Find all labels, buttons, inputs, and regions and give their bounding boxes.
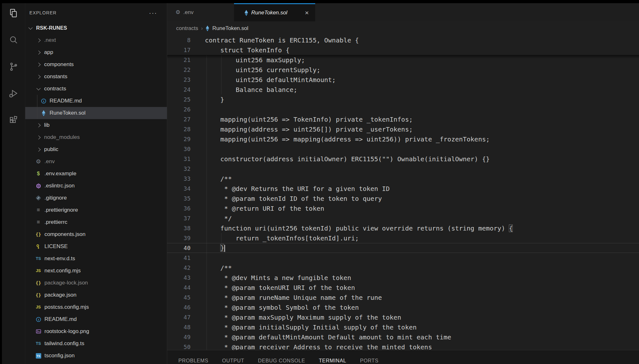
panel-tab-ports[interactable]: PORTS	[360, 358, 378, 364]
line-text: /**	[191, 175, 232, 183]
code-line-49[interactable]: 49 * @param defaultMintAmount Default am…	[167, 332, 639, 342]
tree-item-license[interactable]: LICENSE	[25, 240, 167, 253]
panel-tab-output[interactable]: OUTPUT	[222, 358, 244, 364]
code-line-23[interactable]: 23 uint256 defaultMintAmount;	[167, 75, 639, 85]
code-line-36[interactable]: 36 * @return URI of the token	[167, 203, 639, 213]
tree-item-eslintrc-json[interactable]: .eslintrc.json	[25, 180, 167, 192]
line-text: * @param tokenURI URI of the token	[191, 284, 355, 292]
tree-item-tailwind-config-ts[interactable]: TStailwind.config.ts	[25, 337, 167, 350]
tree-item-env[interactable]: ⚙.env	[25, 155, 167, 168]
code-line-27[interactable]: 27 mapping(uint256 => TokenInfo) private…	[167, 114, 639, 124]
key-icon	[35, 243, 42, 250]
breadcrumb-folder[interactable]: contracts	[176, 25, 198, 32]
activity-source-control-button[interactable]	[7, 61, 19, 73]
tree-item-label: package.json	[44, 292, 76, 298]
code-line-38[interactable]: 38 function uri(uint256 tokenId) public …	[167, 223, 639, 233]
line-number: 28	[167, 126, 191, 133]
line-number: 22	[167, 66, 191, 73]
line-text: Balance balance;	[191, 86, 297, 94]
code-line-44[interactable]: 44 * @param tokenURI URI of the token	[167, 283, 639, 292]
code-line-34[interactable]: 34 * @dev Returns the URI for a given to…	[167, 184, 639, 193]
sticky-line-8[interactable]: 8contract RuneToken is ERC1155, Ownable …	[167, 35, 639, 45]
tree-item-prettierignore[interactable]: ≡.prettierignore	[25, 204, 167, 216]
tree-item-gitignore[interactable]: .gitignore	[25, 192, 167, 204]
tree-item-postcss-config-mjs[interactable]: JSpostcss.config.mjs	[25, 301, 167, 313]
tab-label: RuneToken.sol	[251, 10, 287, 16]
tree-item-components[interactable]: components	[25, 58, 167, 71]
activity-extensions-button[interactable]	[7, 115, 19, 127]
activity-run-debug-button[interactable]	[7, 88, 19, 100]
code-line-29[interactable]: 29 mapping(uint256 => mapping(address =>…	[167, 134, 639, 144]
chevron-down-icon	[28, 26, 33, 30]
code-line-45[interactable]: 45 * @param runeName Unique name of the …	[167, 292, 639, 302]
code-line-22[interactable]: 22 uint256 currentSupply;	[167, 65, 639, 75]
code-line-28[interactable]: 28 mapping(address => uint256[]) private…	[167, 124, 639, 134]
code-line-39[interactable]: 39 return _tokenInfos[tokenId].uri;	[167, 233, 639, 243]
tree-item-next-env-d-ts[interactable]: TSnext-env.d.ts	[25, 253, 167, 265]
tree-item-contracts[interactable]: contracts	[25, 83, 167, 95]
code-line-26[interactable]: 26	[167, 104, 639, 114]
code-line-37[interactable]: 37 */	[167, 213, 639, 223]
code-line-25[interactable]: 25 }	[167, 95, 639, 104]
code-line-40[interactable]: 40 }	[167, 243, 639, 253]
tree-item-readme-md[interactable]: README.md	[25, 95, 167, 107]
line-number: 26	[167, 106, 191, 113]
tree-item-components-json[interactable]: {}components.json	[25, 228, 167, 240]
code-line-33[interactable]: 33 /**	[167, 174, 639, 184]
breadcrumb-file[interactable]: RuneToken.sol	[212, 25, 248, 32]
tree-item-runetoken-sol[interactable]: RuneToken.sol	[25, 107, 167, 119]
json-braces-icon: {}	[35, 231, 42, 238]
tree-item-env-example[interactable]: $.env.example	[25, 168, 167, 180]
code-line-46[interactable]: 46 * @param symbol Symbol of the token	[167, 302, 639, 312]
tab-env[interactable]: ⚙.env	[167, 3, 234, 21]
close-icon[interactable]: ×	[303, 9, 311, 17]
tree-item-node-modules[interactable]: node_modules	[25, 131, 167, 143]
tree-item-label: rootstock-logo.png	[44, 328, 89, 335]
window-title-strip	[0, 0, 639, 3]
activity-search-button[interactable]	[7, 34, 19, 47]
code-line-32[interactable]: 32	[167, 164, 639, 174]
line-text: return _tokenInfos[tokenId].uri;	[191, 234, 359, 242]
tree-item-rsk-runes[interactable]: RSK-RUNES	[25, 22, 167, 34]
tree-item-rootstock-logo-png[interactable]: rootstock-logo.png	[25, 325, 167, 337]
code-line-43[interactable]: 43 * @dev Mints a new fungible token	[167, 273, 639, 283]
tab-runetoken-sol[interactable]: RuneToken.sol×	[234, 3, 315, 21]
tree-item-package-lock-json[interactable]: {}package-lock.json	[25, 277, 167, 289]
code-line-24[interactable]: 24 Balance balance;	[167, 85, 639, 95]
vscode-window: EXPLORER ··· RSK-RUNES.nextappcomponents…	[0, 0, 639, 364]
editor-group: ⚙.envRuneToken.sol× contracts › RuneToke…	[167, 3, 639, 364]
code-line-48[interactable]: 48 * @param initialSupply Initial supply…	[167, 322, 639, 332]
panel-tab-terminal[interactable]: TERMINAL	[319, 358, 346, 364]
panel-tab-debug-console[interactable]: DEBUG CONSOLE	[258, 358, 305, 364]
code-line-30[interactable]: 30	[167, 144, 639, 154]
text-cursor	[224, 245, 225, 252]
line-number: 37	[167, 215, 191, 222]
sticky-line-17[interactable]: 17 struct TokenInfo {	[167, 45, 639, 55]
code-line-42[interactable]: 42 /**	[167, 263, 639, 273]
tree-item-constants[interactable]: constants	[25, 71, 167, 83]
code-editor[interactable]: 21 uint256 maxSupply;22 uint256 currentS…	[167, 35, 639, 350]
tree-item-readme-md[interactable]: README.md	[25, 313, 167, 325]
more-actions-button[interactable]: ···	[149, 11, 157, 14]
activity-explorer-button[interactable]	[7, 8, 19, 20]
tree-item-label: node_modules	[44, 134, 80, 140]
git-icon	[35, 194, 42, 201]
code-line-47[interactable]: 47 * @param maxSupply Maximum supply of …	[167, 312, 639, 322]
panel-tab-problems[interactable]: PROBLEMS	[178, 358, 208, 364]
code-line-41[interactable]: 41	[167, 253, 639, 263]
tree-item-public[interactable]: public	[25, 143, 167, 155]
list-lines-icon: ≡	[35, 207, 42, 214]
tree-item-prettierrc[interactable]: ≡.prettierrc	[25, 216, 167, 228]
code-line-31[interactable]: 31 constructor(address initialOwner) ERC…	[167, 154, 639, 164]
code-line-50[interactable]: 50 * @param receiver Address to receive …	[167, 342, 639, 350]
line-number: 31	[167, 155, 191, 162]
code-line-35[interactable]: 35 * @param tokenId ID of the token to q…	[167, 193, 639, 203]
tree-item-tsconfig-json[interactable]: TStsconfig.json	[25, 350, 167, 362]
tree-item-label: postcss.config.mjs	[44, 304, 89, 310]
tree-item-lib[interactable]: lib	[25, 119, 167, 131]
tree-item-app[interactable]: app	[25, 46, 167, 58]
code-line-21[interactable]: 21 uint256 maxSupply;	[167, 55, 639, 65]
tree-item-package-json[interactable]: {}package.json	[25, 289, 167, 301]
tree-item-next[interactable]: .next	[25, 34, 167, 46]
tree-item-next-config-mjs[interactable]: JSnext.config.mjs	[25, 265, 167, 277]
